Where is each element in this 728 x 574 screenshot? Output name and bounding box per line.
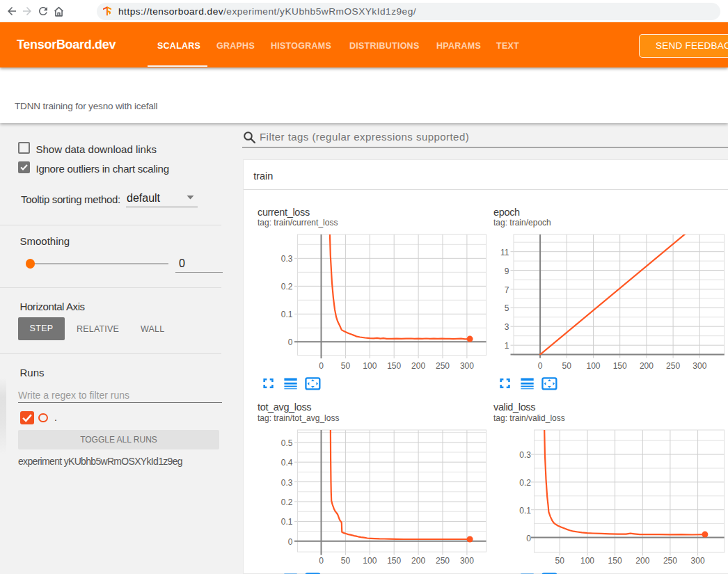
svg-text:150: 150 (387, 556, 401, 566)
svg-text:7: 7 (505, 285, 509, 295)
svg-text:250: 250 (663, 556, 677, 566)
svg-text:200: 200 (640, 361, 654, 371)
svg-text:0.2: 0.2 (281, 282, 293, 292)
svg-text:250: 250 (436, 556, 450, 566)
svg-text:3: 3 (505, 322, 509, 332)
svg-text:0: 0 (526, 534, 531, 543)
svg-text:250: 250 (666, 361, 680, 371)
svg-text:0.4: 0.4 (281, 458, 293, 468)
svg-text:100: 100 (586, 361, 600, 371)
svg-text:150: 150 (613, 361, 627, 371)
svg-text:0.1: 0.1 (519, 506, 531, 516)
svg-text:150: 150 (608, 556, 622, 566)
svg-text:50: 50 (341, 361, 351, 371)
svg-text:300: 300 (460, 556, 474, 566)
svg-text:100: 100 (363, 361, 377, 371)
svg-text:200: 200 (635, 556, 649, 566)
svg-text:200: 200 (411, 556, 425, 566)
svg-text:0: 0 (538, 361, 543, 371)
svg-text:0.3: 0.3 (281, 254, 293, 264)
svg-text:300: 300 (691, 556, 705, 566)
svg-text:0.1: 0.1 (281, 517, 293, 527)
svg-text:0: 0 (319, 556, 324, 566)
svg-text:0: 0 (319, 361, 324, 371)
svg-text:0.5: 0.5 (281, 438, 293, 448)
svg-text:9: 9 (505, 266, 509, 276)
svg-text:200: 200 (411, 361, 425, 371)
svg-text:50: 50 (555, 556, 565, 566)
svg-text:300: 300 (693, 361, 706, 371)
svg-text:150: 150 (387, 361, 401, 371)
svg-text:11: 11 (500, 248, 509, 257)
svg-text:0.3: 0.3 (281, 478, 293, 488)
svg-text:100: 100 (363, 556, 377, 566)
svg-text:300: 300 (460, 361, 474, 371)
svg-text:0.2: 0.2 (519, 478, 531, 488)
svg-text:100: 100 (580, 556, 594, 566)
svg-text:250: 250 (436, 361, 450, 371)
svg-text:0.2: 0.2 (281, 497, 293, 507)
svg-text:50: 50 (562, 361, 572, 371)
svg-text:1: 1 (505, 341, 509, 351)
svg-text:0.3: 0.3 (519, 450, 531, 460)
svg-text:0.1: 0.1 (281, 310, 293, 319)
svg-text:5: 5 (505, 303, 509, 313)
svg-text:0: 0 (288, 537, 293, 547)
svg-text:50: 50 (341, 556, 351, 566)
svg-text:0: 0 (288, 337, 293, 347)
